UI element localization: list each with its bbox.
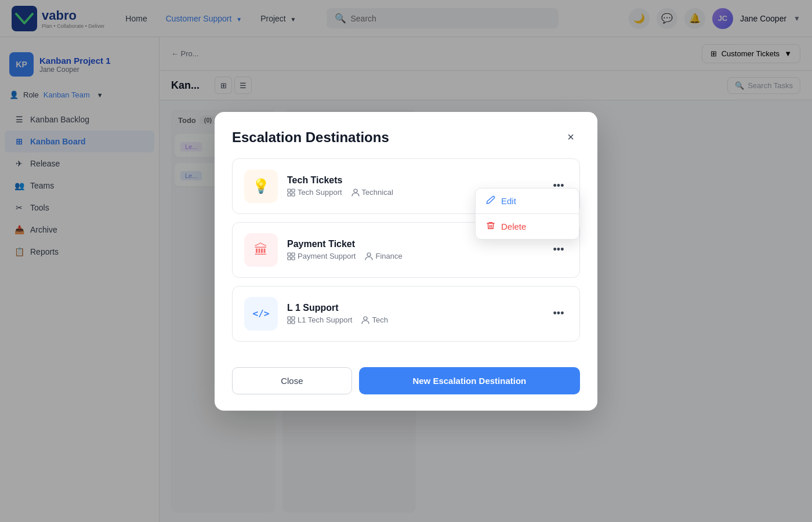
modal-overlay: Escalation Destinations × 💡 Tech Tickets… xyxy=(0,0,812,522)
modal-body: 💡 Tech Tickets Tech Support Technical xyxy=(215,158,597,356)
context-menu-delete[interactable]: Delete xyxy=(476,214,579,239)
l1-team: Tech xyxy=(361,316,387,324)
modal-close-button[interactable]: × xyxy=(561,128,580,147)
svg-rect-8 xyxy=(292,257,295,260)
modal-footer: Close New Escalation Destination xyxy=(215,356,597,411)
l1-support-name: L 1 Support xyxy=(287,303,540,313)
close-button[interactable]: Close xyxy=(232,367,352,394)
board-icon3 xyxy=(287,316,295,324)
svg-rect-11 xyxy=(288,321,291,324)
svg-rect-1 xyxy=(288,189,291,192)
svg-rect-10 xyxy=(292,317,295,320)
l1-support-info: L 1 Support L1 Tech Support Tech xyxy=(287,303,540,324)
payment-ticket-icon: 🏛 xyxy=(244,233,278,267)
tech-tickets-name: Tech Tickets xyxy=(287,175,540,186)
new-escalation-destination-button[interactable]: New Escalation Destination xyxy=(359,367,580,394)
edit-icon xyxy=(486,195,495,206)
tech-tickets-icon: 💡 xyxy=(244,169,278,203)
team-icon2 xyxy=(365,252,373,260)
team-icon3 xyxy=(361,316,369,324)
svg-rect-12 xyxy=(292,321,295,324)
payment-ticket-name: Payment Ticket xyxy=(287,239,540,249)
board-icon xyxy=(287,188,295,197)
board-icon2 xyxy=(287,252,295,260)
svg-rect-2 xyxy=(292,189,295,192)
svg-rect-6 xyxy=(292,253,295,256)
context-menu: Edit Delete xyxy=(475,188,579,240)
modal-header: Escalation Destinations × xyxy=(215,112,597,158)
l1-support-icon: </> xyxy=(244,297,278,331)
tech-tickets-team: Technical xyxy=(351,188,393,197)
l1-support-more-button[interactable]: ••• xyxy=(549,304,568,323)
l1-board: L1 Tech Support xyxy=(287,316,352,324)
modal-title: Escalation Destinations xyxy=(232,129,389,146)
payment-ticket-more-button[interactable]: ••• xyxy=(549,241,568,259)
delete-icon xyxy=(486,221,495,232)
payment-team: Finance xyxy=(365,252,402,260)
svg-rect-5 xyxy=(288,253,291,256)
svg-rect-9 xyxy=(288,317,291,320)
tech-tickets-board: Tech Support xyxy=(287,188,342,197)
context-menu-edit[interactable]: Edit xyxy=(476,188,579,213)
payment-ticket-info: Payment Ticket Payment Support Finance xyxy=(287,239,540,260)
escalation-destinations-modal: Escalation Destinations × 💡 Tech Tickets… xyxy=(215,112,597,411)
svg-rect-7 xyxy=(288,257,291,260)
payment-ticket-meta: Payment Support Finance xyxy=(287,252,540,260)
svg-rect-4 xyxy=(292,193,295,196)
payment-board: Payment Support xyxy=(287,252,356,260)
escalation-item-tech-tickets: 💡 Tech Tickets Tech Support Technical xyxy=(232,158,580,214)
team-icon xyxy=(351,188,360,197)
svg-rect-3 xyxy=(288,193,291,196)
l1-support-meta: L1 Tech Support Tech xyxy=(287,316,540,324)
escalation-item-l1-support: </> L 1 Support L1 Tech Support Tech xyxy=(232,286,580,342)
